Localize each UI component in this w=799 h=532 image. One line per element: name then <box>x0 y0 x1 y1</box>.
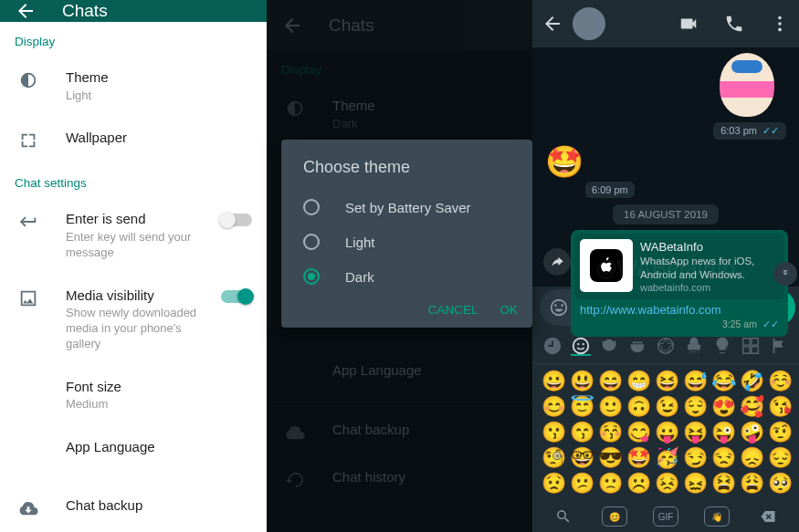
emoji-cell[interactable]: 😌 <box>683 397 708 417</box>
emoji-cell[interactable]: 🤪 <box>740 422 764 443</box>
font-size-label: Font size <box>66 378 252 396</box>
radio-icon <box>303 199 320 215</box>
emoji-cat-travel-icon[interactable] <box>684 336 704 356</box>
emoji-cell[interactable]: 😞 <box>740 448 764 468</box>
setting-media-visibility[interactable]: Media visibility Show newly downloaded m… <box>0 274 267 365</box>
enter-send-toggle[interactable] <box>221 214 252 226</box>
enter-send-label: Enter is send <box>66 210 214 228</box>
emoji-cell[interactable]: 🙁 <box>598 474 623 494</box>
chat-header <box>532 0 799 47</box>
radio-dark[interactable]: Dark <box>281 259 532 294</box>
setting-theme[interactable]: Theme Light <box>0 56 267 116</box>
voice-call-icon[interactable] <box>724 14 744 34</box>
emoji-cell[interactable]: 🙂 <box>598 397 623 417</box>
emoji-cell[interactable]: 😟 <box>541 474 566 494</box>
outgoing-link-card[interactable]: WABetaInfo WhatsApp news for iOS, Androi… <box>571 230 788 337</box>
emoji-cell[interactable]: 😖 <box>683 474 708 494</box>
avatar[interactable] <box>573 7 605 40</box>
setting-wallpaper[interactable]: Wallpaper <box>0 116 267 163</box>
app-lang-label: App Language <box>66 438 252 456</box>
emoji-cell[interactable]: 😆 <box>655 371 679 391</box>
outgoing-sticker[interactable]: 6:03 pm ✓✓ <box>713 53 786 140</box>
emoji-cell[interactable]: 😇 <box>570 397 594 417</box>
emoji-cell[interactable]: 😅 <box>683 371 708 391</box>
emoji-cell[interactable]: 😝 <box>683 422 708 443</box>
scroll-to-bottom-button[interactable] <box>773 262 797 286</box>
sticker-tab[interactable]: 👋 <box>704 506 730 527</box>
incoming-emoji[interactable]: 🤩 6:09 pm <box>545 143 635 198</box>
emoji-cat-animals-icon[interactable] <box>599 336 619 356</box>
ok-button[interactable]: OK <box>499 303 518 317</box>
emoji-cat-symbols-icon[interactable] <box>741 336 761 356</box>
emoji-cell[interactable]: 😜 <box>711 422 736 443</box>
emoji-cat-objects-icon[interactable] <box>712 336 732 356</box>
radio-light[interactable]: Light <box>281 224 532 259</box>
emoji-cell[interactable]: 😗 <box>541 422 566 443</box>
emoji-cat-activity-icon[interactable] <box>656 336 676 356</box>
emoji-cell[interactable]: 🥳 <box>655 448 679 468</box>
emoji-cat-smileys-icon[interactable] <box>571 336 591 356</box>
backup-label: Chat backup <box>66 496 252 515</box>
emoji-cell[interactable]: 😫 <box>711 474 736 494</box>
setting-chat-backup[interactable]: Chat backup <box>0 484 267 531</box>
link-url[interactable]: http://www.wabetainfo.com <box>574 299 784 318</box>
emoji-cell[interactable]: 😩 <box>740 474 764 494</box>
cancel-button[interactable]: CANCEL <box>428 303 478 317</box>
emoji-cell[interactable]: 🤣 <box>740 371 764 391</box>
forward-button[interactable] <box>543 248 571 276</box>
gif-tab[interactable]: GIF <box>653 506 678 527</box>
back-icon[interactable] <box>15 0 37 22</box>
emoji-cell[interactable]: 😙 <box>570 422 594 443</box>
emoji-cell[interactable]: 😋 <box>626 422 651 443</box>
video-call-icon[interactable] <box>678 14 699 34</box>
emoji-picker-icon[interactable] <box>549 297 569 318</box>
setting-font-size[interactable]: Font size Medium <box>0 365 267 425</box>
radio-battery-saver[interactable]: Set by Battery Saver <box>281 190 532 224</box>
emoji-cell[interactable]: 😍 <box>711 397 736 417</box>
emoji-cell[interactable]: 😁 <box>626 371 651 391</box>
emoji-cell[interactable]: 🧐 <box>541 448 566 468</box>
emoji-cell[interactable]: 😀 <box>541 371 566 391</box>
more-icon[interactable] <box>770 14 790 34</box>
search-icon[interactable] <box>551 506 576 527</box>
setting-app-language[interactable]: App Language <box>0 425 267 473</box>
setting-enter-send[interactable]: Enter is send Enter key will send your m… <box>0 197 267 273</box>
emoji-cat-recent-icon[interactable] <box>542 336 562 356</box>
emoji-cell[interactable]: 😉 <box>655 397 679 417</box>
emoji-cell[interactable]: 😂 <box>711 371 736 391</box>
section-chat-settings: Chat settings <box>0 163 267 197</box>
emoji-cell[interactable]: 🙃 <box>626 397 651 417</box>
radio-label: Dark <box>345 269 374 285</box>
media-vis-label: Media visibility <box>66 287 214 305</box>
emoji-cell[interactable]: 😛 <box>655 422 679 443</box>
emoji-tab[interactable]: 😊 <box>602 506 627 527</box>
emoji-cell[interactable]: 😒 <box>711 448 736 468</box>
emoji-cell[interactable]: 😎 <box>598 448 623 468</box>
emoji-cell[interactable]: 🤓 <box>570 448 594 468</box>
backspace-icon[interactable] <box>755 506 781 527</box>
message-time: 3:25 am ✓✓ <box>574 318 784 333</box>
emoji-cell[interactable]: 🤨 <box>768 422 793 443</box>
media-vis-toggle[interactable] <box>221 290 252 303</box>
emoji-cell[interactable]: 🥰 <box>740 397 764 417</box>
emoji-cell[interactable]: 😕 <box>570 474 594 494</box>
emoji-cell[interactable]: 😊 <box>541 397 566 417</box>
message-list[interactable]: 6:03 pm ✓✓ 🤩 6:09 pm 16 AUGUST 2019 WABe… <box>532 47 799 287</box>
emoji-cell[interactable]: 😃 <box>570 371 594 391</box>
read-ticks-icon: ✓✓ <box>760 125 779 136</box>
emoji-cat-food-icon[interactable] <box>627 336 647 356</box>
emoji-cell[interactable]: 😘 <box>768 397 793 417</box>
emoji-cell[interactable]: ☺️ <box>768 371 793 391</box>
emoji-cell[interactable]: 😚 <box>598 422 623 443</box>
emoji-cell[interactable]: 😣 <box>655 474 679 494</box>
emoji-cell[interactable]: 😄 <box>598 371 623 391</box>
svg-point-4 <box>573 339 588 354</box>
emoji-cell[interactable]: ☹️ <box>626 474 651 494</box>
emoji-grid: 😀😃😄😁😆😅😂🤣☺️😊😇🙂🙃😉😌😍🥰😘😗😙😚😋😛😝😜🤪🤨🧐🤓😎🤩🥳😏😒😞😔😟😕🙁… <box>532 364 799 501</box>
emoji-cat-flags-icon[interactable] <box>769 336 789 356</box>
emoji-cell[interactable]: 😏 <box>683 448 708 468</box>
emoji-cell[interactable]: 😔 <box>768 448 793 468</box>
back-icon[interactable] <box>541 13 563 35</box>
emoji-cell[interactable]: 🥺 <box>768 474 793 494</box>
emoji-cell[interactable]: 🤩 <box>626 448 651 468</box>
